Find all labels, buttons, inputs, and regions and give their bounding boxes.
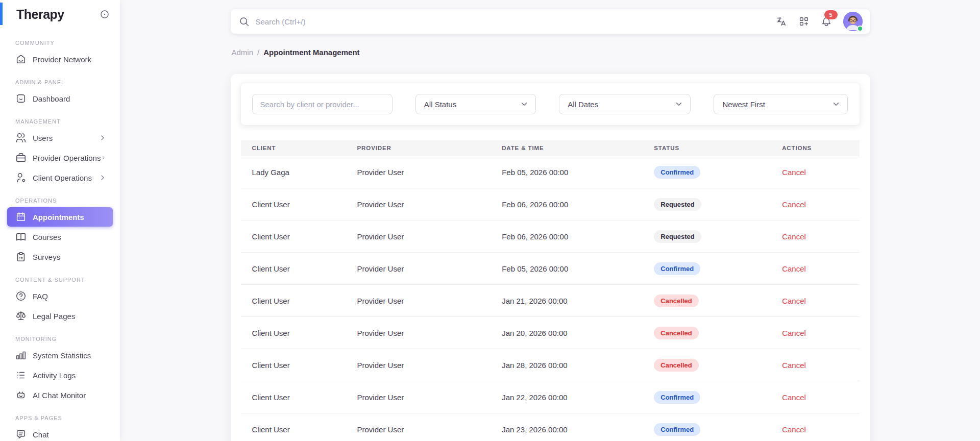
chevron-down-icon [674, 100, 683, 109]
user-menu-button[interactable] [843, 12, 863, 31]
sidebar-item-dashboard[interactable]: Dashboard [7, 89, 113, 108]
sidebar-item-provider-network[interactable]: Provider Network [7, 50, 113, 69]
chevron-down-icon [520, 100, 529, 109]
sidebar-item-users[interactable]: Users [7, 128, 113, 148]
cancel-button[interactable]: Cancel [782, 361, 806, 370]
global-search [239, 16, 772, 27]
apps-grid-icon [798, 16, 810, 27]
client-name: Lady Gaga [252, 168, 289, 177]
sidebar-section-header: MONITORING [7, 336, 113, 342]
provider-name: Provider User [357, 200, 404, 209]
sidebar-item-label: Courses [33, 233, 61, 241]
sidebar-pin-toggle[interactable] [100, 9, 110, 19]
top-navbar: 5 [231, 9, 870, 34]
sidebar-item-system-statistics[interactable]: System Statistics [7, 346, 113, 365]
dashboard-icon [15, 93, 27, 104]
sidebar-item-label: FAQ [33, 292, 48, 301]
client-cell: Client User [241, 381, 346, 413]
language-button[interactable] [772, 12, 791, 31]
datetime-cell: Jan 20, 2026 00:00 [491, 317, 643, 349]
notifications-button[interactable]: 5 [817, 12, 836, 31]
shortcuts-button[interactable] [794, 12, 814, 31]
sidebar-item-label: Activity Logs [33, 371, 76, 380]
table-row: Client UserProvider UserJan 20, 2026 00:… [241, 317, 860, 349]
appointment-datetime: Feb 05, 2026 00:00 [502, 168, 568, 177]
client-cell: Client User [241, 188, 346, 220]
notification-badge: 5 [824, 10, 838, 19]
sidebar-item-label: Appointments [33, 213, 84, 222]
actions-cell: Cancel [771, 253, 859, 285]
app-logo[interactable]: Therapy [16, 7, 64, 22]
actions-cell: Cancel [771, 220, 859, 253]
sidebar-item-legal-pages[interactable]: Legal Pages [7, 306, 113, 326]
client-cell: Client User [241, 349, 346, 381]
sort-dropdown[interactable]: Newest First [714, 94, 848, 114]
sidebar-item-courses[interactable]: Courses [7, 227, 113, 247]
sidebar-item-ai-chat-monitor[interactable]: AI Chat Monitor [7, 385, 113, 405]
global-search-input[interactable] [255, 17, 512, 27]
status-badge: Cancelled [654, 327, 698, 339]
status-cell: Cancelled [643, 349, 771, 381]
sidebar-item-provider-operations[interactable]: Provider Operations [7, 148, 113, 167]
cancel-button[interactable]: Cancel [782, 393, 806, 402]
page-title: Appointment Management [263, 48, 359, 57]
cancel-button[interactable]: Cancel [782, 264, 806, 273]
provider-name: Provider User [357, 393, 404, 402]
cancel-button[interactable]: Cancel [782, 297, 806, 305]
sidebar-item-appointments[interactable]: Appointments [7, 207, 113, 227]
chevron-down-icon [831, 100, 841, 109]
datetime-cell: Feb 06, 2026 00:00 [491, 188, 643, 220]
breadcrumb-admin[interactable]: Admin [232, 48, 254, 57]
provider-cell: Provider User [346, 349, 491, 381]
apps-grid-icon [798, 16, 810, 27]
status-cell: Confirmed [643, 156, 771, 188]
cancel-button[interactable]: Cancel [782, 232, 806, 241]
sidebar-item-surveys[interactable]: Surveys [7, 247, 113, 266]
appointment-datetime: Feb 06, 2026 00:00 [502, 232, 568, 241]
cancel-button[interactable]: Cancel [782, 425, 806, 434]
brand-accent-bar [0, 3, 3, 25]
provider-name: Provider User [357, 361, 404, 370]
clipboard-icon [15, 251, 27, 262]
sidebar-item-label: Provider Network [33, 55, 91, 64]
language-icon [776, 16, 787, 27]
cancel-button[interactable]: Cancel [782, 168, 806, 177]
actions-cell: Cancel [771, 349, 859, 381]
provider-cell: Provider User [346, 317, 491, 349]
help-circle-icon [15, 290, 27, 302]
client-name: Client User [252, 361, 290, 370]
provider-cell: Provider User [346, 285, 491, 317]
cancel-button[interactable]: Cancel [782, 200, 806, 209]
dates-filter-dropdown[interactable]: All Dates [559, 94, 691, 114]
filter-search-input[interactable] [252, 94, 393, 114]
sidebar-item-label: Users [33, 134, 53, 142]
status-cell: Confirmed [643, 381, 771, 413]
client-name: Client User [252, 297, 290, 305]
appointment-datetime: Jan 23, 2026 00:00 [502, 425, 567, 434]
cancel-button[interactable]: Cancel [782, 329, 806, 337]
sidebar-item-activity-logs[interactable]: Activity Logs [7, 365, 113, 385]
actions-cell: Cancel [771, 156, 859, 188]
table-row: Client UserProvider UserJan 21, 2026 00:… [241, 285, 860, 317]
status-filter-dropdown[interactable]: All Status [415, 94, 536, 114]
chevron-down-icon [520, 100, 529, 109]
column-header-provider: PROVIDER [346, 140, 491, 156]
sidebar-section-header: COMMUNITY [7, 40, 113, 46]
table-row: Client UserProvider UserFeb 06, 2026 00:… [241, 220, 860, 253]
status-badge: Confirmed [654, 391, 700, 404]
chevron-down-icon [674, 100, 683, 109]
users-icon [15, 132, 27, 143]
actions-cell: Cancel [771, 285, 859, 317]
sidebar-item-label: Client Operations [33, 174, 92, 182]
sidebar-item-client-operations[interactable]: Client Operations [7, 168, 113, 187]
status-cell: Confirmed [643, 413, 771, 441]
calendar-icon [15, 211, 27, 223]
sidebar-item-faq[interactable]: FAQ [7, 286, 113, 306]
provider-name: Provider User [357, 232, 404, 241]
scale-icon [15, 310, 27, 322]
breadcrumb: Admin / Appointment Management [231, 48, 870, 57]
navbar-actions: 5 [772, 12, 863, 31]
sidebar-item-chat[interactable]: Chat [7, 425, 113, 441]
sidebar-nav: COMMUNITYProvider NetworkADMIN & PANELDa… [0, 29, 120, 441]
datetime-cell: Jan 28, 2026 00:00 [491, 349, 643, 381]
